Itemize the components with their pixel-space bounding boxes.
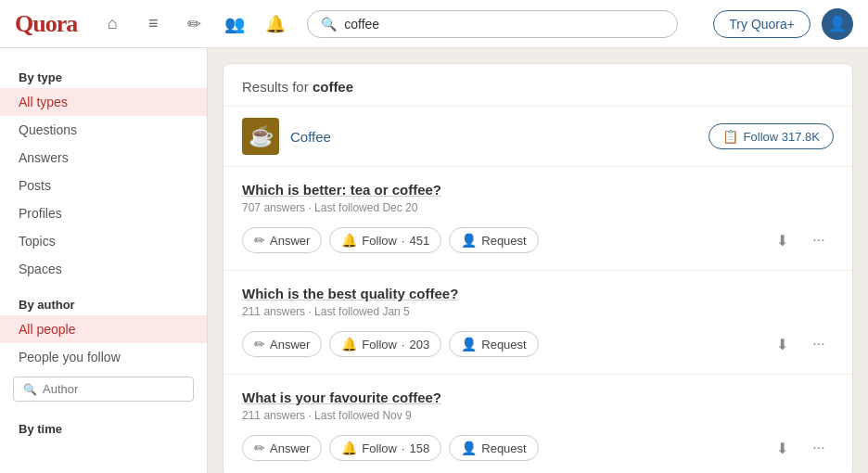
- question-title-3[interactable]: What is your favourite coffee?: [242, 390, 834, 405]
- topic-follow-icon: 📋: [722, 129, 738, 144]
- sidebar-item-profiles[interactable]: Profiles: [0, 199, 207, 227]
- main-content: Results for coffee ☕ Coffee 📋 Follow 317…: [208, 48, 868, 473]
- home-icon[interactable]: ⌂: [96, 7, 129, 41]
- follow-topic-label: Follow 317.8K: [744, 130, 820, 144]
- by-type-label: By type: [0, 63, 207, 88]
- question-meta-1: 707 answers · Last followed Dec 20: [242, 201, 834, 214]
- author-search-icon: 🔍: [23, 383, 37, 396]
- follow-bell-icon: 🔔: [341, 441, 357, 455]
- results-card: Results for coffee ☕ Coffee 📋 Follow 317…: [223, 63, 853, 473]
- sidebar-item-all-types[interactable]: All types: [0, 88, 207, 116]
- follow-topic-button[interactable]: 📋 Follow 317.8K: [708, 123, 834, 149]
- results-query: coffee: [313, 79, 353, 95]
- sidebar-item-all-people[interactable]: All people: [0, 315, 207, 343]
- follow-button-1[interactable]: 🔔 Follow · 451: [329, 227, 441, 253]
- sidebar-item-spaces[interactable]: Spaces: [0, 255, 207, 283]
- edit-answer-icon: ✏: [254, 233, 265, 248]
- question-meta-2: 211 answers · Last followed Jan 5: [242, 305, 834, 318]
- question-row: Which is better: tea or coffee? 707 answ…: [223, 167, 852, 271]
- request-icon: 👤: [461, 337, 477, 352]
- author-input-container: 🔍: [13, 377, 194, 402]
- more-button-3[interactable]: ···: [804, 433, 834, 463]
- header-right: Try Quora+ 👤: [713, 8, 853, 40]
- question-title-1[interactable]: Which is better: tea or coffee?: [242, 182, 834, 198]
- downvote-button-1[interactable]: ⬇: [767, 225, 797, 255]
- search-input[interactable]: [344, 17, 664, 32]
- question-title-2[interactable]: Which is the best quality coffee?: [242, 286, 834, 301]
- request-icon: 👤: [461, 441, 477, 455]
- question-actions-3: ✏ Answer 🔔 Follow · 158 👤 Request ⬇: [242, 433, 834, 463]
- topic-name[interactable]: Coffee: [290, 129, 697, 145]
- topic-emoji: ☕: [249, 124, 274, 148]
- search-icon: 🔍: [321, 17, 337, 32]
- avatar[interactable]: 👤: [822, 8, 853, 40]
- answer-button-2[interactable]: ✏ Answer: [242, 331, 322, 357]
- author-input-wrap: 🔍: [0, 371, 207, 407]
- question-row: What is your favourite coffee? 211 answe…: [223, 375, 852, 473]
- question-meta-3: 211 answers · Last followed Nov 9: [242, 409, 834, 422]
- follow-button-3[interactable]: 🔔 Follow · 158: [329, 435, 441, 461]
- by-time-label: By time: [0, 415, 207, 440]
- question-row: Which is the best quality coffee? 211 an…: [223, 271, 852, 375]
- downvote-button-3[interactable]: ⬇: [767, 433, 797, 463]
- topic-row: ☕ Coffee 📋 Follow 317.8K: [223, 107, 852, 167]
- request-icon: 👤: [461, 233, 477, 248]
- page-layout: By type All types Questions Answers Post…: [0, 48, 868, 473]
- header: Quora ⌂ ≡ ✏ 👥 🔔 🔍 Try Quora+ 👤: [0, 0, 868, 48]
- request-button-1[interactable]: 👤 Request: [449, 227, 538, 253]
- edit-icon[interactable]: ✏: [177, 7, 211, 41]
- answer-button-3[interactable]: ✏ Answer: [242, 435, 322, 461]
- request-button-2[interactable]: 👤 Request: [449, 331, 538, 357]
- answers-list-icon[interactable]: ≡: [136, 7, 170, 41]
- edit-answer-icon: ✏: [254, 337, 265, 352]
- logo[interactable]: Quora: [15, 10, 77, 38]
- sidebar-item-questions[interactable]: Questions: [0, 116, 207, 144]
- question-actions-2: ✏ Answer 🔔 Follow · 203 👤 Request ⬇: [242, 329, 834, 359]
- topic-thumbnail: ☕: [242, 118, 279, 155]
- more-button-2[interactable]: ···: [804, 329, 834, 359]
- sidebar-item-answers[interactable]: Answers: [0, 144, 207, 172]
- question-actions-1: ✏ Answer 🔔 Follow · 451 👤 Request ⬇: [242, 225, 834, 255]
- downvote-button-2[interactable]: ⬇: [767, 329, 797, 359]
- follow-button-2[interactable]: 🔔 Follow · 203: [329, 331, 441, 357]
- people-icon[interactable]: 👥: [218, 7, 251, 41]
- bell-icon[interactable]: 🔔: [259, 7, 292, 41]
- author-input[interactable]: [43, 382, 184, 396]
- edit-answer-icon: ✏: [254, 441, 265, 455]
- more-button-1[interactable]: ···: [804, 225, 834, 255]
- sidebar-item-people-you-follow[interactable]: People you follow: [0, 343, 207, 371]
- sidebar: By type All types Questions Answers Post…: [0, 48, 208, 473]
- follow-bell-icon: 🔔: [341, 233, 357, 248]
- try-quora-button[interactable]: Try Quora+: [713, 10, 811, 38]
- answer-button-1[interactable]: ✏ Answer: [242, 227, 322, 253]
- results-header: Results for coffee: [223, 64, 852, 107]
- header-nav-icons: ⌂ ≡ ✏ 👥 🔔: [96, 7, 292, 41]
- request-button-3[interactable]: 👤 Request: [449, 435, 538, 461]
- follow-bell-icon: 🔔: [341, 337, 357, 352]
- sidebar-item-topics[interactable]: Topics: [0, 227, 207, 255]
- search-bar[interactable]: 🔍: [307, 10, 678, 38]
- by-author-label: By author: [0, 290, 207, 315]
- sidebar-item-posts[interactable]: Posts: [0, 172, 207, 199]
